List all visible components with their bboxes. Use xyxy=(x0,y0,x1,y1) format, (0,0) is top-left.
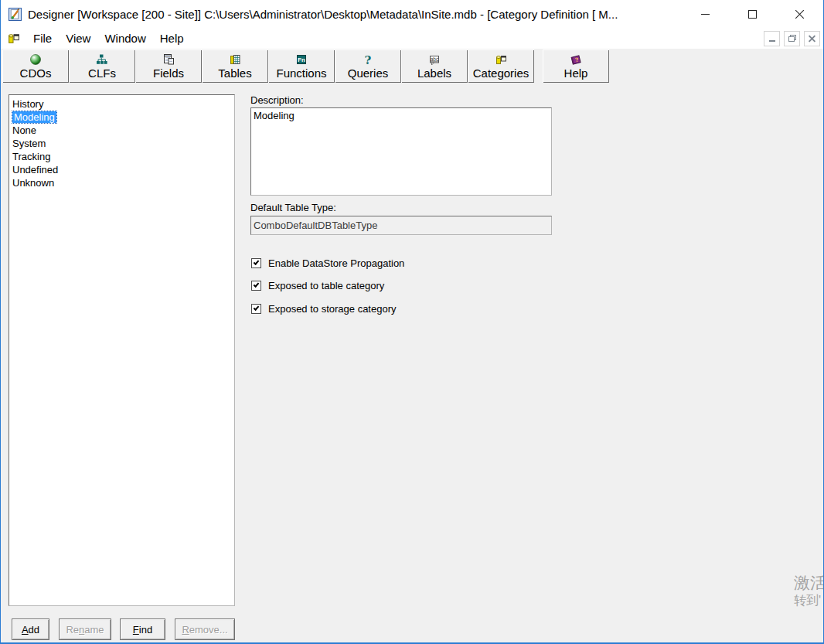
toolbar-label: Fields xyxy=(153,66,184,80)
toolbar-separator xyxy=(534,49,543,85)
mdi-close-icon xyxy=(809,35,815,42)
checkbox-row-exposed-table-category[interactable]: Exposed to table category xyxy=(251,280,384,291)
toolbar-label: Queries xyxy=(348,66,389,80)
toolbar-label: Help xyxy=(564,66,588,80)
mdi-window-controls xyxy=(764,31,820,46)
title-bar: Designer [Workspace [200 - Site]] C:\Use… xyxy=(1,0,823,28)
toolbar-button-cdos[interactable]: CDOs xyxy=(2,49,69,83)
toolbar-button-labels[interactable]: abc Labels xyxy=(401,49,468,83)
activate-windows-watermark-line1: 激活 xyxy=(794,572,824,594)
caption-buttons xyxy=(682,0,823,28)
form-windows-icon xyxy=(162,53,175,66)
mdi-restore-icon xyxy=(788,35,796,42)
question-mark-icon: ? xyxy=(362,53,374,66)
toolbar-button-tables[interactable]: Tables xyxy=(202,49,268,83)
minimize-button[interactable] xyxy=(682,0,729,28)
mdi-close-button[interactable] xyxy=(804,31,820,46)
toolbar-label: Categories xyxy=(473,66,529,80)
toolbar-button-fields[interactable]: Fields xyxy=(135,49,202,83)
category-listbox[interactable]: History Modeling None System Tracking Un… xyxy=(9,94,235,606)
help-book-icon: ? xyxy=(570,53,582,66)
menu-window[interactable]: Window xyxy=(97,29,152,47)
toolbar-button-queries[interactable]: ? Queries xyxy=(335,49,401,83)
svg-text:abc: abc xyxy=(431,56,439,61)
description-textarea[interactable]: Modeling xyxy=(250,107,552,196)
close-button[interactable] xyxy=(776,0,823,28)
checkbox-row-datastore-propagation[interactable]: Enable DataStore Propagation xyxy=(251,257,404,269)
checkbox-row-exposed-storage-category[interactable]: Exposed to storage category xyxy=(251,303,397,315)
toolbar-label: CLFs xyxy=(88,66,116,80)
toolbar-button-clfs[interactable]: CLFs xyxy=(69,49,135,83)
checkbox-checked-icon[interactable] xyxy=(251,258,261,268)
svg-text:Fn: Fn xyxy=(298,56,305,63)
table-book-icon xyxy=(229,53,241,66)
list-item-system[interactable]: System xyxy=(10,137,233,150)
toolbar-label: Tables xyxy=(218,66,251,80)
list-item-none[interactable]: None xyxy=(10,124,233,137)
list-item-tracking[interactable]: Tracking xyxy=(10,150,233,163)
toolbar-label: Functions xyxy=(276,66,326,80)
checkbox-label: Exposed to table category xyxy=(268,280,384,291)
list-item-history[interactable]: History xyxy=(10,97,233,111)
menu-help[interactable]: Help xyxy=(153,29,191,47)
rename-button[interactable]: Rename xyxy=(59,618,111,640)
app-window: Designer [Workspace [200 - Site]] C:\Use… xyxy=(0,0,824,644)
remove-button[interactable]: Remove... xyxy=(175,618,235,640)
menu-bar: File View Window Help xyxy=(1,28,823,49)
window-title: Designer [Workspace [200 - Site]] C:\Use… xyxy=(28,8,682,21)
checkbox-label: Exposed to storage category xyxy=(268,303,397,315)
maximize-button[interactable] xyxy=(729,0,776,28)
checkbox-checked-icon[interactable] xyxy=(251,281,261,291)
toolbar-label: Labels xyxy=(417,66,451,80)
mdi-restore-button[interactable] xyxy=(784,31,800,46)
list-item-modeling-selected[interactable]: Modeling xyxy=(10,111,233,124)
list-item-undefined[interactable]: Undefined xyxy=(10,163,233,176)
default-table-type-field[interactable] xyxy=(250,216,552,235)
designer-app-icon xyxy=(9,8,22,21)
toolbar-button-functions[interactable]: Fn Functions xyxy=(268,49,335,83)
category-definition-panel: History Modeling None System Tracking Un… xyxy=(1,85,823,642)
toolbar: CDOs CLFs Fields xyxy=(1,49,823,85)
description-label: Description: xyxy=(250,94,304,106)
find-button[interactable]: Find xyxy=(120,618,165,640)
list-item-unknown[interactable]: Unknown xyxy=(10,176,233,189)
activate-windows-watermark-line2: 转到' xyxy=(794,593,821,609)
abc-label-icon: abc xyxy=(428,53,441,66)
category-cylinder-icon xyxy=(495,53,507,66)
default-table-type-label: Default Table Type: xyxy=(250,202,336,213)
close-icon xyxy=(795,9,805,19)
maximize-icon xyxy=(748,10,757,19)
category-definition-document-icon xyxy=(7,32,20,45)
checkbox-label: Enable DataStore Propagation xyxy=(268,257,404,269)
mdi-minimize-button[interactable] xyxy=(764,31,780,46)
add-button[interactable]: Add xyxy=(12,618,49,640)
green-sphere-icon xyxy=(29,53,42,66)
minimize-icon xyxy=(701,14,710,15)
toolbar-button-categories[interactable]: Categories xyxy=(468,49,534,83)
checkbox-checked-icon[interactable] xyxy=(251,304,261,314)
fn-square-icon: Fn xyxy=(295,53,308,66)
toolbar-label: CDOs xyxy=(20,66,52,80)
svg-text:?: ? xyxy=(365,53,372,66)
menu-view[interactable]: View xyxy=(59,29,97,47)
mdi-minimize-icon xyxy=(769,40,775,42)
org-tree-icon xyxy=(96,53,108,66)
menu-file[interactable]: File xyxy=(26,29,59,47)
toolbar-button-help[interactable]: ? Help xyxy=(543,49,609,83)
